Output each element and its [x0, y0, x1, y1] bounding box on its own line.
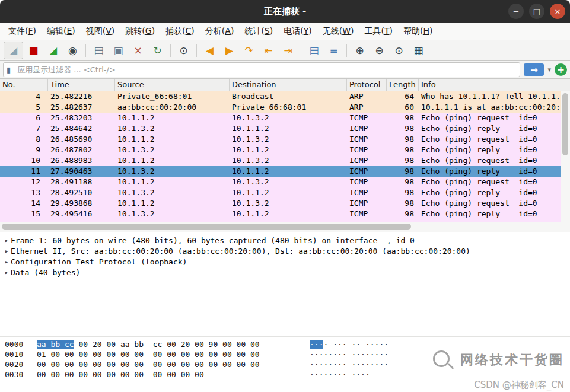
packet-row[interactable]: 1328.49251010.1.3.210.1.1.2ICMP98Echo (p…	[0, 187, 561, 198]
close-file-icon[interactable]: ×	[129, 42, 147, 59]
packet-row[interactable]: 425.482216Private_66:68:01BroadcastARP64…	[0, 91, 561, 102]
cell-proto: ICMP	[347, 209, 387, 219]
detail-line[interactable]: ▸Frame 1: 60 bytes on wire (480 bits), 6…	[0, 235, 570, 246]
detail-line[interactable]: ▸Configuration Test Protocol (loopback)	[0, 257, 570, 267]
packet-row[interactable]: 926.48780210.1.3.210.1.1.2ICMP98Echo (pi…	[0, 145, 561, 155]
vertical-scrollbar[interactable]	[561, 91, 570, 222]
title-bar[interactable]: 正在捕获 - ─ □ ×	[0, 0, 570, 23]
start-capture-icon[interactable]: ◢	[4, 42, 23, 59]
menu-edit[interactable]: 编辑(E)	[42, 24, 81, 39]
last-packet-icon[interactable]: ⇥	[279, 42, 297, 59]
reload-icon[interactable]: ↻	[148, 42, 167, 59]
detail-line[interactable]: ▸Data (40 bytes)	[0, 267, 570, 278]
packet-list: 425.482216Private_66:68:01BroadcastARP64…	[0, 91, 570, 222]
cell-src: aa:bb:cc:00:20:00	[115, 102, 230, 113]
cell-len: 98	[387, 166, 419, 177]
menu-view[interactable]: 视图(V)	[81, 24, 120, 39]
minimize-button[interactable]: ─	[508, 4, 524, 19]
menu-analyze[interactable]: 分析(A)	[200, 24, 240, 39]
column-header-destination[interactable]: Destination	[230, 79, 347, 91]
horizontal-scrollbar[interactable]	[0, 222, 570, 232]
column-header-length[interactable]: Length	[387, 79, 419, 91]
next-packet-icon[interactable]: ▶	[220, 42, 238, 59]
menu-wireless[interactable]: 无线(W)	[317, 24, 359, 39]
packet-row[interactable]: 1127.49046310.1.3.210.1.1.2ICMP98Echo (p…	[0, 166, 561, 177]
cell-time: 28.491188	[48, 177, 115, 187]
hex-selected-bytes[interactable]: aa bb cc	[37, 340, 74, 349]
horizontal-scrollbar-thumb[interactable]	[2, 224, 411, 230]
menu-capture[interactable]: 捕获(C)	[160, 24, 200, 39]
menu-help[interactable]: 帮助(H)	[398, 24, 438, 39]
vertical-scrollbar-thumb[interactable]	[562, 93, 568, 155]
packet-row[interactable]: 725.48464210.1.3.210.1.1.2ICMP98Echo (pi…	[0, 123, 561, 134]
menu-mnemonic: T	[384, 26, 390, 36]
hex-ascii[interactable]: ···· ··· ·· ·····	[310, 339, 389, 349]
hex-bytes[interactable]: 00 00 00 00 00 00 00 00 00 00 00 00 00 0…	[37, 359, 305, 369]
previous-packet-icon[interactable]: ◀	[200, 42, 219, 59]
save-file-icon[interactable]: ▣	[109, 42, 128, 59]
zoom-original-icon[interactable]: ⊙	[390, 42, 408, 59]
menu-telephony[interactable]: 电话(Y)	[278, 24, 317, 39]
capture-options-icon[interactable]: ◉	[63, 42, 82, 59]
column-header-source[interactable]: Source	[115, 79, 230, 91]
menu-file[interactable]: 文件(F)	[3, 24, 42, 39]
expander-icon[interactable]: ▸	[2, 267, 11, 278]
filter-bar: ▮ 应用显示过滤器 ... <Ctrl-/> → ▾ +	[0, 61, 570, 79]
menu-statistics[interactable]: 统计(S)	[239, 24, 278, 39]
packet-row[interactable]: 525.482637aa:bb:cc:00:20:00Private_66:68…	[0, 102, 561, 113]
open-file-icon[interactable]: ▤	[90, 42, 108, 59]
maximize-button[interactable]: □	[529, 4, 544, 19]
hex-offset: 0030	[5, 369, 30, 380]
restart-capture-icon[interactable]: ◢	[44, 42, 62, 59]
zoom-out-icon[interactable]: ⊖	[370, 42, 389, 59]
expander-icon[interactable]: ▸	[2, 246, 11, 257]
expander-icon[interactable]: ▸	[2, 235, 11, 246]
cell-no: 12	[0, 177, 48, 187]
cell-proto: ICMP	[347, 187, 387, 198]
zoom-in-icon[interactable]: ⊕	[351, 42, 369, 59]
hex-ascii[interactable]: ········ ····	[310, 369, 370, 380]
add-filter-button[interactable]: +	[555, 63, 567, 76]
column-header-protocol[interactable]: Protocol	[347, 79, 387, 91]
packet-row[interactable]: 826.48569010.1.1.210.1.3.2ICMP98Echo (pi…	[0, 134, 561, 145]
hex-ascii[interactable]: ········ ········	[310, 349, 389, 359]
find-packet-icon[interactable]: ⊙	[174, 42, 193, 59]
display-filter-input[interactable]: ▮ 应用显示过滤器 ... <Ctrl-/>	[3, 62, 520, 77]
filter-bookmark-icon[interactable]: ▮	[7, 65, 11, 74]
detail-line[interactable]: ▸Ethernet II, Src: aa:bb:cc:00:20:00 (aa…	[0, 246, 570, 257]
hex-bytes[interactable]: 00 00 00 00 00 00 00 00 00 00 00 00	[37, 369, 305, 380]
cell-time: 25.484642	[48, 123, 115, 134]
column-header-info[interactable]: Info	[419, 79, 570, 91]
colorize-icon[interactable]: ▤	[305, 42, 323, 59]
cell-src: 10.1.1.2	[115, 134, 230, 145]
hex-bytes[interactable]: aa bb cc 00 20 00 aa bb cc 00 20 00 90 0…	[37, 339, 305, 349]
cell-dst: 10.1.3.2	[230, 113, 347, 123]
packet-row[interactable]: 1529.49541610.1.3.210.1.1.2ICMP98Echo (p…	[0, 209, 561, 219]
filter-dropdown-icon[interactable]: ▾	[547, 66, 551, 74]
hex-bytes[interactable]: 01 00 00 00 00 00 00 00 00 00 00 00 00 0…	[37, 349, 305, 359]
cell-src: 10.1.1.2	[115, 155, 230, 166]
packet-row[interactable]: 1026.48898310.1.1.210.1.3.2ICMP98Echo (p…	[0, 155, 561, 166]
column-header-time[interactable]: Time	[48, 79, 115, 91]
packet-row[interactable]: 625.48320310.1.1.210.1.3.2ICMP98Echo (pi…	[0, 113, 561, 123]
watermark-magnifier-icon	[431, 348, 454, 372]
cell-dst: 10.1.1.2	[230, 145, 347, 155]
packet-row[interactable]: 1429.49386810.1.1.210.1.3.2ICMP98Echo (p…	[0, 198, 561, 209]
expander-icon[interactable]: ▸	[2, 257, 11, 267]
stop-capture-icon[interactable]: ■	[24, 42, 43, 59]
cell-dst: 10.1.3.2	[230, 155, 347, 166]
apply-filter-button[interactable]: →	[524, 63, 544, 76]
packet-row[interactable]: 1228.49118810.1.1.210.1.3.2ICMP98Echo (p…	[0, 177, 561, 187]
cell-proto: ICMP	[347, 145, 387, 155]
menu-go[interactable]: 跳转(G)	[120, 24, 160, 39]
first-packet-icon[interactable]: ⇤	[259, 42, 278, 59]
hex-ascii[interactable]: ········ ········	[310, 359, 389, 369]
column-header-no[interactable]: No.	[0, 79, 48, 91]
cell-time: 29.495416	[48, 209, 115, 219]
ascii-selected-chars[interactable]: ···	[310, 340, 323, 349]
resize-columns-icon[interactable]: ▦	[409, 42, 428, 59]
auto-scroll-icon[interactable]: ≡	[324, 42, 343, 59]
close-button[interactable]: ×	[550, 4, 565, 19]
go-to-packet-icon[interactable]: ↷	[240, 42, 258, 59]
menu-tools[interactable]: 工具(T)	[359, 24, 398, 39]
